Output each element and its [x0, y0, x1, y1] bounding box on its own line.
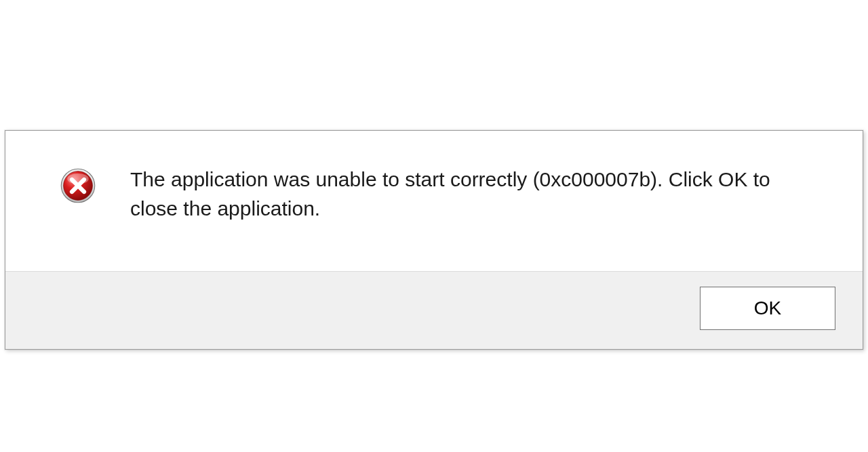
dialog-button-bar: OK [5, 271, 863, 349]
dialog-content: The application was unable to start corr… [5, 131, 863, 271]
error-dialog: The application was unable to start corr… [5, 130, 863, 350]
ok-button[interactable]: OK [700, 287, 835, 330]
error-icon [60, 167, 96, 204]
error-message: The application was unable to start corr… [130, 165, 808, 224]
